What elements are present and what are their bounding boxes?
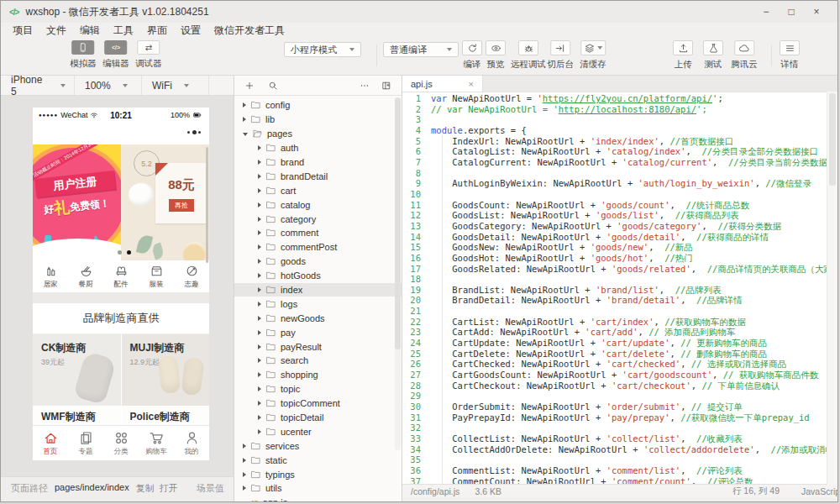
- promo-carousel[interactable]: 活动截止时间：2014年12月31日 用户注册 好礼免费领！ 5.2: [33, 144, 209, 260]
- device-select[interactable]: iPhone 5: [1, 76, 75, 95]
- category-4[interactable]: 志趣: [174, 260, 209, 292]
- action-flask-button[interactable]: 测试: [703, 40, 723, 71]
- brand-card-muji[interactable]: MUJI制造商 12.9元起: [122, 334, 210, 406]
- tree-item-services[interactable]: services: [234, 438, 402, 453]
- action-label: 清缓存: [580, 59, 606, 71]
- brand-card-ck[interactable]: CK制造商 39元起: [33, 334, 121, 406]
- phone-tab-2[interactable]: 分类: [103, 426, 139, 460]
- folder-icon: [265, 370, 276, 380]
- tab-api-js[interactable]: api.js ×: [402, 76, 483, 92]
- action-eye-button[interactable]: 预览: [486, 40, 506, 71]
- grab-button[interactable]: 再抢: [169, 199, 194, 212]
- action-bug-button[interactable]: 远程调试: [511, 40, 546, 71]
- phone-tab-1[interactable]: 专题: [68, 426, 103, 460]
- minimize-button[interactable]: −: [753, 6, 779, 18]
- menu-item-6[interactable]: 微信开发者工具: [207, 24, 291, 38]
- tree-item-label: brand: [281, 157, 304, 167]
- action-menu-button[interactable]: 详情: [780, 40, 800, 71]
- cart-icon: [149, 430, 165, 446]
- tree-item-typings[interactable]: typings: [234, 467, 402, 481]
- tree-item-topicDetail[interactable]: topicDetail: [234, 411, 402, 425]
- menu-item-3[interactable]: 工具: [107, 24, 140, 38]
- panel-button-0[interactable]: 模拟器: [70, 40, 97, 70]
- menu-item-5[interactable]: 设置: [174, 24, 207, 38]
- device-select-value: iPhone 5: [11, 74, 49, 97]
- tree-item-pages[interactable]: pages: [234, 127, 402, 141]
- more-menu-icon[interactable]: [187, 130, 201, 134]
- network-select[interactable]: WiFi: [142, 76, 209, 95]
- copy-link[interactable]: 复制: [136, 482, 155, 495]
- add-file-icon[interactable]: [244, 81, 255, 91]
- tree-item-index[interactable]: index: [234, 283, 402, 297]
- action-layers-button[interactable]: 清缓存: [580, 40, 606, 71]
- phone-scrollbar[interactable]: [206, 147, 208, 263]
- tree-item-goods[interactable]: goods: [234, 255, 402, 269]
- zoom-select[interactable]: 100%: [75, 76, 142, 95]
- open-link[interactable]: 打开: [160, 482, 178, 495]
- tree-item-ucenter[interactable]: ucenter: [234, 424, 402, 438]
- category-0[interactable]: 居家: [33, 260, 68, 292]
- more-icon[interactable]: [360, 81, 370, 91]
- close-tab-icon[interactable]: ×: [469, 79, 474, 89]
- search-icon[interactable]: [268, 81, 278, 91]
- menu-item-0[interactable]: 项目: [6, 24, 39, 38]
- tree-item-config[interactable]: config: [234, 98, 402, 113]
- tree-item-newGoods[interactable]: newGoods: [234, 311, 402, 325]
- locate-file-icon[interactable]: [381, 81, 391, 91]
- tree-item-lib[interactable]: lib: [234, 113, 402, 127]
- code-line-36: 36 CommentList: NewApiRootUrl + 'comment…: [402, 465, 837, 476]
- editor-scrollbar[interactable]: [827, 92, 837, 485]
- menu-item-4[interactable]: 界面: [140, 24, 174, 38]
- promo-banner-right[interactable]: 5.2 88元 再抢: [121, 144, 209, 260]
- menu-item-2[interactable]: 编辑: [73, 24, 107, 38]
- tree-item-auth[interactable]: auth: [234, 141, 402, 155]
- phone-tab-0[interactable]: 首页: [33, 426, 68, 460]
- action-refresh-button[interactable]: 编译: [462, 40, 482, 71]
- maximize-button[interactable]: □: [779, 6, 804, 18]
- tree-item-payResult[interactable]: payResult: [234, 339, 402, 354]
- phone-tab-3[interactable]: 购物车: [139, 426, 174, 460]
- explorer-scrollbar[interactable]: [395, 97, 401, 450]
- line-text: CartAdd: NewApiRootUrl + 'cart/add', // …: [421, 327, 735, 338]
- action-upload-button[interactable]: 上传: [673, 40, 693, 71]
- promo-banner-left[interactable]: 活动截止时间：2014年12月31日 用户注册 好礼免费领！: [33, 144, 121, 260]
- tree-item-app.js[interactable]: JSapp.js: [234, 496, 402, 502]
- tree-item-topic[interactable]: topic: [234, 382, 402, 396]
- tree-item-search[interactable]: search: [234, 354, 402, 368]
- code-editor[interactable]: 1var NewApiRootUrl = 'https://fly2you.cn…: [402, 92, 837, 484]
- brand-card-police[interactable]: Police制造商: [122, 406, 210, 425]
- mode-select[interactable]: 小程序模式: [284, 42, 361, 57]
- line-text: CartUpdate: NewApiRootUrl + 'cart/update…: [421, 338, 767, 349]
- action-cloud-button[interactable]: 腾讯云: [731, 40, 758, 71]
- corner-badge: [155, 163, 168, 176]
- scene-value-label[interactable]: 场景值: [197, 482, 224, 495]
- phone-tab-4[interactable]: 我的: [174, 426, 209, 460]
- tree-item-topicComment[interactable]: topicComment: [234, 396, 402, 411]
- tree-item-pay[interactable]: pay: [234, 325, 402, 339]
- tree-item-cart[interactable]: cart: [234, 183, 402, 197]
- category-1[interactable]: 餐厨: [68, 260, 103, 292]
- tree-item-comment[interactable]: comment: [234, 226, 402, 240]
- category-2[interactable]: 配件: [103, 260, 139, 292]
- category-3[interactable]: 服装: [139, 260, 174, 292]
- line-number: 5: [402, 136, 421, 147]
- panel-button-1[interactable]: </>编辑器: [102, 40, 129, 70]
- compile-mode-select[interactable]: 普通编译: [383, 42, 459, 57]
- tree-item-hotGoods[interactable]: hotGoods: [234, 269, 402, 283]
- panel-button-2[interactable]: ⇄调试器: [135, 40, 162, 70]
- action-bgswitch-button[interactable]: 切后台: [547, 40, 574, 71]
- tree-item-category[interactable]: category: [234, 212, 402, 226]
- brand-card-wmf[interactable]: WMF制造商: [33, 406, 121, 425]
- menu-item-1[interactable]: 文件: [39, 24, 73, 38]
- tree-item-static[interactable]: static: [234, 453, 402, 467]
- code-line-21: 21: [402, 306, 837, 317]
- tree-item-shopping[interactable]: shopping: [234, 368, 402, 382]
- tree-item-commentPost[interactable]: commentPost: [234, 240, 402, 255]
- close-button[interactable]: ×: [804, 6, 829, 18]
- tree-item-brand[interactable]: brand: [234, 155, 402, 170]
- tree-item-brandDetail[interactable]: brandDetail: [234, 169, 402, 183]
- tree-item-utils[interactable]: utils: [234, 481, 402, 496]
- chevron-right-icon: [258, 244, 261, 249]
- tree-item-logs[interactable]: logs: [234, 297, 402, 311]
- tree-item-catalog[interactable]: catalog: [234, 197, 402, 212]
